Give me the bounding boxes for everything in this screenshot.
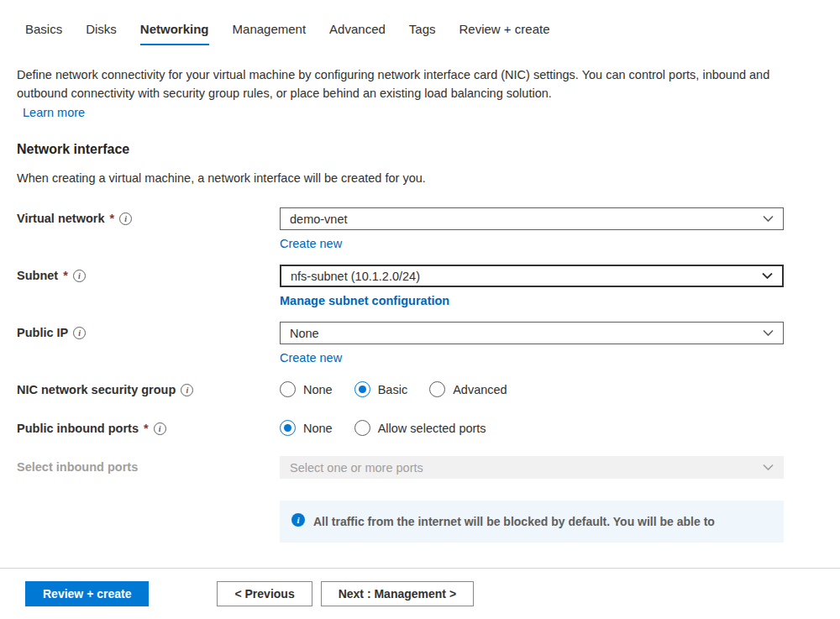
radio-button[interactable] xyxy=(429,381,445,397)
label-text: Public inbound ports xyxy=(17,422,139,435)
info-icon[interactable]: i xyxy=(73,327,86,339)
radio-label: Allow selected ports xyxy=(378,422,486,435)
info-icon[interactable]: i xyxy=(154,422,166,435)
public-ip-value: None xyxy=(290,327,319,340)
tab-basics[interactable]: Basics xyxy=(25,22,62,45)
info-icon: i xyxy=(291,513,305,527)
field-row-virtual-network: Virtual network * i demo-vnet Create new xyxy=(17,207,823,251)
nic-nsg-option-basic[interactable]: Basic xyxy=(354,381,407,397)
label-text: Public IP xyxy=(17,326,68,339)
radio-label: Advanced xyxy=(453,383,507,396)
chevron-down-icon xyxy=(762,272,773,280)
radio-button[interactable] xyxy=(354,420,370,436)
subnet-dropdown[interactable]: nfs-subnet (10.1.2.0/24) xyxy=(280,265,784,287)
field-row-public-inbound-ports: Public inbound ports * i None Allow sele… xyxy=(17,417,823,436)
inbound-ports-option-none[interactable]: None xyxy=(280,420,333,436)
radio-label: None xyxy=(303,383,333,396)
label-text: Select inbound ports xyxy=(17,460,138,474)
public-ip-dropdown[interactable]: None xyxy=(280,322,784,344)
virtual-network-label: Virtual network * i xyxy=(17,207,280,225)
tab-review-create[interactable]: Review + create xyxy=(459,22,550,45)
chevron-down-icon xyxy=(763,215,774,223)
virtual-network-dropdown[interactable]: demo-vnet xyxy=(280,207,784,230)
tab-networking[interactable]: Networking xyxy=(140,22,209,45)
wizard-footer: Review + create < Previous Next : Manage… xyxy=(0,568,840,619)
field-row-public-ip: Public IP i None Create new xyxy=(17,322,823,365)
learn-more-link[interactable]: Learn more xyxy=(23,106,85,119)
radio-button[interactable] xyxy=(280,420,296,436)
network-interface-form: Virtual network * i demo-vnet Create new… xyxy=(17,207,823,543)
radio-label: None xyxy=(303,422,333,435)
public-inbound-ports-label: Public inbound ports * i xyxy=(17,417,280,435)
nic-nsg-label: NIC network security group i xyxy=(17,379,280,396)
radio-button[interactable] xyxy=(354,381,370,397)
info-icon[interactable]: i xyxy=(181,384,193,396)
create-new-public-ip-link[interactable]: Create new xyxy=(280,351,342,365)
select-inbound-ports-dropdown: Select one or more ports xyxy=(280,456,784,479)
subnet-value: nfs-subnet (10.1.2.0/24) xyxy=(291,270,420,283)
section-subtitle: When creating a virtual machine, a netwo… xyxy=(17,171,823,185)
next-management-button[interactable]: Next : Management > xyxy=(321,581,474,606)
chevron-down-icon xyxy=(763,464,774,471)
radio-button[interactable] xyxy=(280,381,296,397)
virtual-network-value: demo-vnet xyxy=(290,212,348,226)
nic-nsg-option-advanced[interactable]: Advanced xyxy=(429,381,507,397)
field-row-subnet: Subnet * i nfs-subnet (10.1.2.0/24) Mana… xyxy=(17,265,823,308)
label-text: NIC network security group xyxy=(17,383,176,396)
required-asterisk: * xyxy=(109,212,114,225)
tab-advanced[interactable]: Advanced xyxy=(329,22,386,45)
section-title-network-interface: Network interface xyxy=(17,142,823,157)
chevron-down-icon xyxy=(763,329,774,337)
select-inbound-ports-placeholder: Select one or more ports xyxy=(290,461,423,475)
select-inbound-ports-label: Select inbound ports xyxy=(17,456,280,474)
tab-tags[interactable]: Tags xyxy=(409,22,436,45)
wizard-tab-bar: Basics Disks Networking Management Advan… xyxy=(17,0,823,45)
nic-nsg-option-none[interactable]: None xyxy=(280,381,333,397)
tab-disks[interactable]: Disks xyxy=(86,22,117,45)
label-text: Subnet xyxy=(17,269,58,282)
tab-management[interactable]: Management xyxy=(233,22,307,45)
required-asterisk: * xyxy=(144,422,149,435)
field-row-nic-nsg: NIC network security group i None Basic xyxy=(17,379,823,397)
inbound-ports-option-allow-selected[interactable]: Allow selected ports xyxy=(354,420,486,436)
label-text: Virtual network xyxy=(17,212,104,225)
create-new-vnet-link[interactable]: Create new xyxy=(280,237,342,250)
field-row-select-inbound-ports: Select inbound ports Select one or more … xyxy=(17,456,823,479)
public-ip-label: Public IP i xyxy=(17,322,280,339)
inbound-traffic-info-banner: i All traffic from the internet will be … xyxy=(280,501,784,543)
previous-button[interactable]: < Previous xyxy=(217,581,312,606)
manage-subnet-configuration-link[interactable]: Manage subnet configuration xyxy=(280,294,449,307)
info-icon[interactable]: i xyxy=(119,212,132,225)
banner-text: All traffic from the internet will be bl… xyxy=(313,513,715,530)
review-create-button[interactable]: Review + create xyxy=(25,581,149,606)
public-inbound-ports-radio-group: None Allow selected ports xyxy=(280,417,784,436)
subnet-label: Subnet * i xyxy=(17,265,280,282)
required-asterisk: * xyxy=(63,269,68,282)
networking-tab-content: Basics Disks Networking Management Advan… xyxy=(0,0,840,568)
nic-nsg-radio-group: None Basic Advanced xyxy=(280,379,784,397)
radio-label: Basic xyxy=(378,383,407,396)
info-icon[interactable]: i xyxy=(73,270,86,282)
tab-description: Define network connectivity for your vir… xyxy=(17,66,815,102)
